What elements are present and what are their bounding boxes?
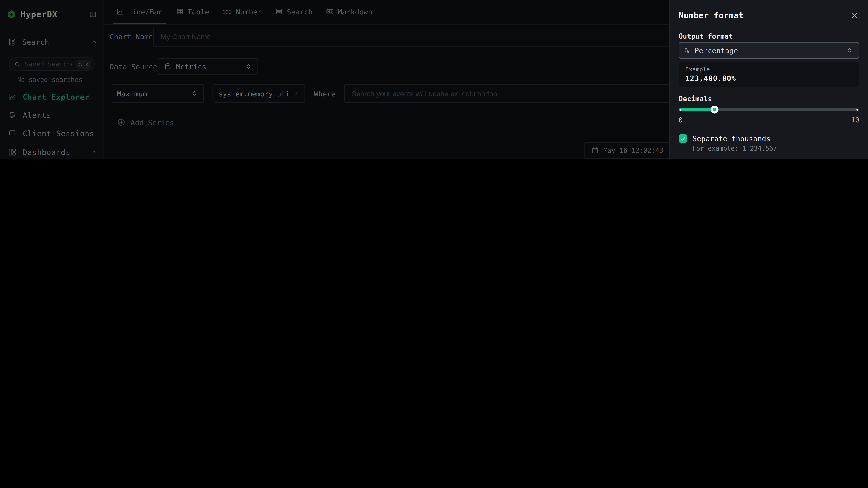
output-format-select[interactable]: % Percentage (679, 42, 859, 59)
check-icon (680, 136, 686, 141)
select-updown-icon (846, 47, 853, 54)
decimals-label: Decimals (679, 95, 859, 103)
example-card: Example 123,400.00% (679, 62, 859, 87)
percent-icon: % (685, 46, 689, 55)
slider-min-label: 0 (679, 116, 683, 124)
separate-thousands-label[interactable]: Separate thousands (692, 134, 771, 143)
large-number-label[interactable]: Large number format (692, 159, 775, 159)
hyperdx-app: HyperDX Search ⌘ K No saved searches Cha… (0, 0, 868, 159)
output-format-label: Output format (679, 32, 859, 40)
screen-scaler: HyperDX Search ⌘ K No saved searches Cha… (0, 0, 868, 159)
output-format-value: Percentage (694, 46, 738, 55)
number-format-panel: Number format Output format % Percentage… (669, 0, 868, 159)
slider-max-label: 10 (851, 116, 859, 124)
separate-thousands-hint: For example: 1,234,567 (692, 144, 859, 152)
example-label: Example (685, 66, 852, 72)
close-icon[interactable] (850, 11, 859, 20)
decimals-slider[interactable] (679, 105, 859, 114)
panel-title: Number format (679, 10, 744, 21)
slider-thumb[interactable] (711, 106, 719, 113)
separate-thousands-row: Separate thousands (679, 134, 859, 143)
slider-fill (679, 108, 715, 110)
example-value: 123,400.00% (685, 74, 852, 83)
large-number-row: Large number format (679, 159, 859, 159)
separate-thousands-checkbox[interactable] (679, 134, 687, 143)
large-number-checkbox[interactable] (679, 159, 687, 159)
